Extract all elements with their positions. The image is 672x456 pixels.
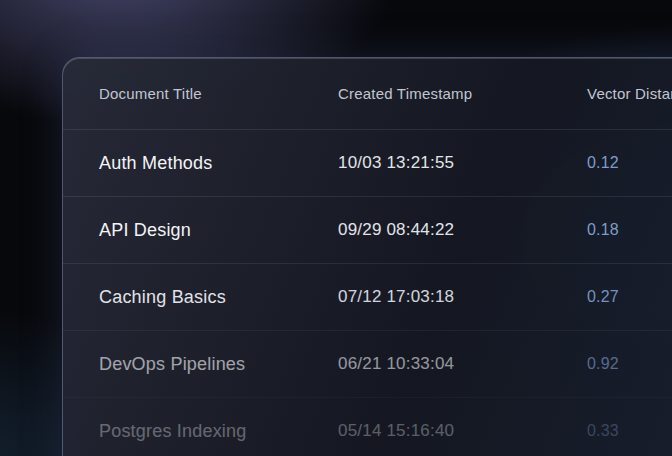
table-row[interactable]: DevOps Pipelines 06/21 10:33:04 0.92 [63, 330, 672, 397]
table-row[interactable]: Caching Basics 07/12 17:03:18 0.27 [63, 263, 672, 330]
column-header-document-title: Document Title [99, 85, 338, 102]
vector-distance-cell: 0.18 [587, 221, 672, 239]
created-timestamp-cell: 10/03 13:21:55 [338, 153, 587, 173]
created-timestamp-cell: 05/14 15:16:40 [338, 421, 587, 441]
document-title-cell: DevOps Pipelines [99, 354, 338, 375]
created-timestamp-cell: 07/12 17:03:18 [338, 287, 587, 307]
screenshot-stage: Document Title Created Timestamp Vector … [0, 0, 672, 456]
table-row[interactable]: Auth Methods 10/03 13:21:55 0.12 [63, 129, 672, 196]
column-header-vector-distance: Vector Distance [587, 85, 672, 102]
document-title-cell: API Design [99, 220, 338, 241]
document-title-cell: Auth Methods [99, 153, 338, 174]
documents-table-card: Document Title Created Timestamp Vector … [62, 57, 672, 456]
vector-distance-cell: 0.27 [587, 288, 672, 306]
document-title-cell: Caching Basics [99, 287, 338, 308]
table-row[interactable]: Postgres Indexing 05/14 15:16:40 0.33 [63, 397, 672, 456]
vector-distance-cell: 0.12 [587, 154, 672, 172]
table-row[interactable]: API Design 09/29 08:44:22 0.18 [63, 196, 672, 263]
vector-distance-cell: 0.33 [587, 422, 672, 440]
table-header-row: Document Title Created Timestamp Vector … [63, 58, 672, 129]
vector-distance-cell: 0.92 [587, 355, 672, 373]
created-timestamp-cell: 06/21 10:33:04 [338, 354, 587, 374]
column-header-created-timestamp: Created Timestamp [338, 85, 587, 102]
created-timestamp-cell: 09/29 08:44:22 [338, 220, 587, 240]
document-title-cell: Postgres Indexing [99, 421, 338, 442]
